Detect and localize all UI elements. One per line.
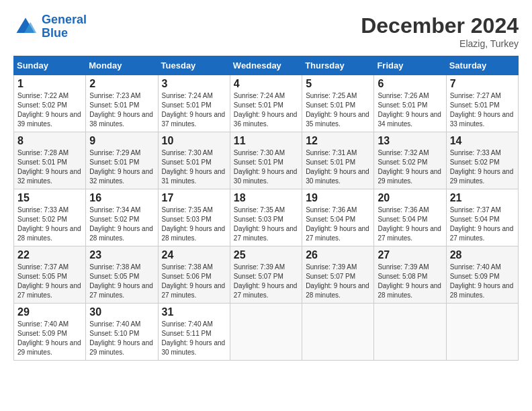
weekday-header: Saturday — [446, 56, 518, 75]
calendar-cell: 28Sunrise: 7:40 AMSunset: 5:09 PMDayligh… — [446, 246, 518, 304]
calendar-week-row: 29Sunrise: 7:40 AMSunset: 5:09 PMDayligh… — [14, 304, 519, 361]
day-number: 9 — [89, 135, 154, 147]
day-number: 7 — [450, 78, 515, 90]
calendar-cell — [302, 304, 374, 361]
calendar-cell: 5Sunrise: 7:25 AMSunset: 5:01 PMDaylight… — [302, 75, 374, 132]
calendar-week-row: 15Sunrise: 7:33 AMSunset: 5:02 PMDayligh… — [14, 189, 519, 246]
day-info: Sunrise: 7:24 AMSunset: 5:01 PMDaylight:… — [234, 91, 298, 129]
logo-line2: Blue — [42, 26, 68, 40]
calendar-cell: 3Sunrise: 7:24 AMSunset: 5:01 PMDaylight… — [158, 75, 230, 132]
calendar-week-row: 8Sunrise: 7:28 AMSunset: 5:01 PMDaylight… — [14, 132, 519, 189]
day-info: Sunrise: 7:27 AMSunset: 5:01 PMDaylight:… — [450, 91, 515, 129]
calendar-cell: 17Sunrise: 7:35 AMSunset: 5:03 PMDayligh… — [158, 189, 230, 246]
day-info: Sunrise: 7:39 AMSunset: 5:08 PMDaylight:… — [378, 263, 442, 300]
day-info: Sunrise: 7:39 AMSunset: 5:07 PMDaylight:… — [306, 263, 370, 300]
calendar-cell: 22Sunrise: 7:37 AMSunset: 5:05 PMDayligh… — [14, 246, 86, 304]
day-info: Sunrise: 7:25 AMSunset: 5:01 PMDaylight:… — [306, 91, 370, 129]
calendar-cell: 19Sunrise: 7:36 AMSunset: 5:04 PMDayligh… — [302, 189, 374, 246]
day-number: 24 — [162, 249, 226, 261]
day-info: Sunrise: 7:40 AMSunset: 5:10 PMDaylight:… — [89, 320, 154, 357]
day-info: Sunrise: 7:40 AMSunset: 5:09 PMDaylight:… — [450, 263, 515, 300]
calendar-cell: 16Sunrise: 7:34 AMSunset: 5:02 PMDayligh… — [86, 189, 158, 246]
calendar-cell: 4Sunrise: 7:24 AMSunset: 5:01 PMDaylight… — [230, 75, 302, 132]
day-info: Sunrise: 7:30 AMSunset: 5:01 PMDaylight:… — [234, 148, 298, 186]
day-number: 13 — [378, 135, 442, 147]
day-info: Sunrise: 7:39 AMSunset: 5:07 PMDaylight:… — [234, 263, 298, 300]
calendar-cell — [374, 304, 446, 361]
weekday-header: Tuesday — [158, 56, 230, 75]
logo-text: General Blue — [42, 13, 87, 40]
day-number: 8 — [17, 135, 82, 147]
calendar-table: SundayMondayTuesdayWednesdayThursdayFrid… — [13, 56, 519, 361]
day-number: 20 — [378, 192, 442, 204]
day-info: Sunrise: 7:37 AMSunset: 5:05 PMDaylight:… — [17, 263, 82, 300]
calendar-cell: 6Sunrise: 7:26 AMSunset: 5:01 PMDaylight… — [374, 75, 446, 132]
title-block: December 2024 Elazig, Turkey — [361, 13, 519, 49]
calendar-cell — [230, 304, 302, 361]
calendar-cell: 8Sunrise: 7:28 AMSunset: 5:01 PMDaylight… — [14, 132, 86, 189]
weekday-header: Sunday — [14, 56, 86, 75]
calendar-cell: 20Sunrise: 7:36 AMSunset: 5:04 PMDayligh… — [374, 189, 446, 246]
weekday-header: Thursday — [302, 56, 374, 75]
weekday-header: Wednesday — [230, 56, 302, 75]
day-info: Sunrise: 7:34 AMSunset: 5:02 PMDaylight:… — [89, 205, 154, 243]
calendar-cell: 15Sunrise: 7:33 AMSunset: 5:02 PMDayligh… — [14, 189, 86, 246]
day-number: 4 — [234, 78, 298, 90]
calendar-cell: 14Sunrise: 7:33 AMSunset: 5:02 PMDayligh… — [446, 132, 518, 189]
location: Elazig, Turkey — [361, 38, 519, 49]
day-number: 17 — [162, 192, 226, 204]
day-info: Sunrise: 7:23 AMSunset: 5:01 PMDaylight:… — [89, 91, 154, 129]
day-number: 19 — [306, 192, 370, 204]
day-info: Sunrise: 7:35 AMSunset: 5:03 PMDaylight:… — [162, 205, 226, 243]
day-info: Sunrise: 7:36 AMSunset: 5:04 PMDaylight:… — [378, 205, 442, 243]
day-info: Sunrise: 7:36 AMSunset: 5:04 PMDaylight:… — [306, 205, 370, 243]
day-info: Sunrise: 7:28 AMSunset: 5:01 PMDaylight:… — [17, 148, 82, 186]
day-info: Sunrise: 7:38 AMSunset: 5:06 PMDaylight:… — [162, 263, 226, 300]
day-info: Sunrise: 7:35 AMSunset: 5:03 PMDaylight:… — [234, 205, 298, 243]
page-header: General Blue December 2024 Elazig, Turke… — [13, 13, 519, 49]
day-number: 18 — [234, 192, 298, 204]
day-number: 31 — [162, 306, 226, 318]
day-info: Sunrise: 7:38 AMSunset: 5:05 PMDaylight:… — [89, 263, 154, 300]
day-info: Sunrise: 7:32 AMSunset: 5:02 PMDaylight:… — [378, 148, 442, 186]
day-number: 29 — [17, 306, 82, 318]
day-number: 3 — [162, 78, 226, 90]
header-row: SundayMondayTuesdayWednesdayThursdayFrid… — [14, 56, 519, 75]
day-number: 14 — [450, 135, 515, 147]
day-info: Sunrise: 7:22 AMSunset: 5:02 PMDaylight:… — [17, 91, 82, 129]
day-info: Sunrise: 7:33 AMSunset: 5:02 PMDaylight:… — [450, 148, 515, 186]
day-number: 11 — [234, 135, 298, 147]
day-info: Sunrise: 7:33 AMSunset: 5:02 PMDaylight:… — [17, 205, 82, 243]
logo: General Blue — [13, 13, 87, 40]
calendar-week-row: 1Sunrise: 7:22 AMSunset: 5:02 PMDaylight… — [14, 75, 519, 132]
calendar-cell: 25Sunrise: 7:39 AMSunset: 5:07 PMDayligh… — [230, 246, 302, 304]
calendar-cell: 2Sunrise: 7:23 AMSunset: 5:01 PMDaylight… — [86, 75, 158, 132]
day-info: Sunrise: 7:24 AMSunset: 5:01 PMDaylight:… — [162, 91, 226, 129]
day-number: 15 — [17, 192, 82, 204]
day-number: 5 — [306, 78, 370, 90]
weekday-header: Friday — [374, 56, 446, 75]
day-number: 22 — [17, 249, 82, 261]
calendar-cell — [446, 304, 518, 361]
calendar-cell: 12Sunrise: 7:31 AMSunset: 5:01 PMDayligh… — [302, 132, 374, 189]
day-number: 6 — [378, 78, 442, 90]
day-info: Sunrise: 7:29 AMSunset: 5:01 PMDaylight:… — [89, 148, 154, 186]
day-number: 16 — [89, 192, 154, 204]
day-number: 25 — [234, 249, 298, 261]
calendar-cell: 30Sunrise: 7:40 AMSunset: 5:10 PMDayligh… — [86, 304, 158, 361]
calendar-cell: 27Sunrise: 7:39 AMSunset: 5:08 PMDayligh… — [374, 246, 446, 304]
calendar-cell: 21Sunrise: 7:37 AMSunset: 5:04 PMDayligh… — [446, 189, 518, 246]
day-number: 2 — [89, 78, 154, 90]
day-info: Sunrise: 7:31 AMSunset: 5:01 PMDaylight:… — [306, 148, 370, 186]
logo-line1: General — [42, 13, 87, 26]
calendar-cell: 10Sunrise: 7:30 AMSunset: 5:01 PMDayligh… — [158, 132, 230, 189]
calendar-cell: 23Sunrise: 7:38 AMSunset: 5:05 PMDayligh… — [86, 246, 158, 304]
day-info: Sunrise: 7:30 AMSunset: 5:01 PMDaylight:… — [162, 148, 226, 186]
logo-icon — [13, 15, 38, 39]
day-number: 10 — [162, 135, 226, 147]
day-info: Sunrise: 7:40 AMSunset: 5:09 PMDaylight:… — [17, 320, 82, 357]
day-number: 12 — [306, 135, 370, 147]
day-info: Sunrise: 7:40 AMSunset: 5:11 PMDaylight:… — [162, 320, 226, 357]
calendar-cell: 26Sunrise: 7:39 AMSunset: 5:07 PMDayligh… — [302, 246, 374, 304]
day-number: 30 — [89, 306, 154, 318]
